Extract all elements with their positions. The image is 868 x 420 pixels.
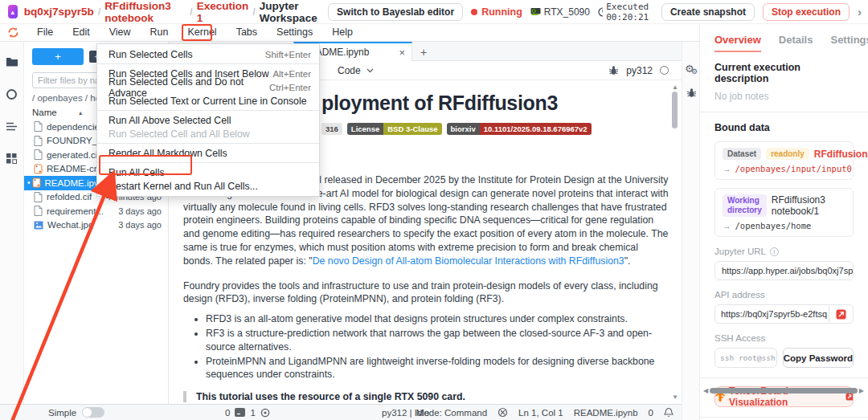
create-snapshot-button[interactable]: Create snapshot — [661, 3, 755, 21]
biorxiv-badge: biorxiv10.1101/2025.09.18.676967v2 — [447, 123, 592, 135]
scroll-up-arrow[interactable]: ▲ — [672, 84, 678, 91]
dataset-path: →/openbayes/input/input0 — [723, 164, 845, 173]
readonly-badge: readonly — [766, 148, 809, 160]
file-icon — [34, 136, 43, 146]
copy-password-button[interactable]: Copy Password — [783, 348, 854, 368]
stop-execution-button[interactable]: Stop execution — [763, 3, 850, 21]
menu-edit[interactable]: Edit — [63, 24, 100, 41]
bullet-rf3: RF3 is a structure-prediction network th… — [206, 327, 672, 354]
file-icon — [34, 192, 43, 202]
menu-tabs[interactable]: Tabs — [227, 24, 267, 41]
dataset-name-link[interactable]: RFdiffusion3 — [814, 149, 868, 160]
tab-details[interactable]: Details — [779, 34, 813, 52]
file-row[interactable]: requirement...3 days ago — [24, 204, 168, 218]
bullet-proteinmpnn: ProteinMPNN and LigandMPNN are lightweig… — [206, 355, 672, 382]
trust-shield-icon[interactable] — [497, 407, 508, 418]
menu-run[interactable]: Run — [141, 24, 178, 41]
menu-divider — [97, 143, 319, 144]
kernel-icon — [260, 408, 270, 418]
cursor-position[interactable]: Ln 1, Col 1 — [518, 408, 563, 418]
clock-icon — [598, 7, 603, 17]
gpu-indicator: RTX_5090 — [530, 6, 590, 18]
collapse-panel-chevron[interactable]: › — [858, 5, 862, 18]
tab-overview[interactable]: Overview — [714, 34, 761, 52]
menu-item-run-no-advance[interactable]: Run Selected Cells and Do not AdvanceCtr… — [97, 80, 319, 94]
close-tab-icon[interactable]: × — [399, 47, 405, 59]
horizontal-scrollbar[interactable]: ◀ ▶ — [703, 386, 864, 394]
file-row[interactable]: Wechat.jpg3 days ago — [24, 218, 168, 233]
menu-settings[interactable]: Settings — [267, 24, 322, 41]
tab-settings[interactable]: Settings — [830, 34, 868, 52]
property-inspector-gears-icon[interactable]: ⚙⚙ — [685, 63, 694, 75]
menu-item-run-all-above[interactable]: Run All Above Selected Cell — [97, 113, 319, 127]
cell-type-dropdown[interactable]: Code — [338, 65, 374, 76]
breadcrumb-separator: / — [190, 6, 193, 18]
mode-indicator[interactable]: Mode: Command — [416, 408, 487, 418]
scroll-left-arrow[interactable]: ◀ — [703, 387, 708, 394]
kernel-status-circle-icon — [660, 66, 669, 75]
notebook-icon — [32, 177, 41, 188]
open-api-external-icon[interactable] — [829, 305, 853, 323]
breadcrumb-notebook[interactable]: RFdiffusion3 notebook — [104, 0, 186, 24]
menu-item-run-cell-and-below: Run Selected Cell and All Below — [97, 127, 319, 141]
jupyter-url-field[interactable]: https://app.hyper.ai/jobs/bq0xj7spyr — [714, 261, 854, 280]
running-dot-icon — [471, 9, 477, 15]
scroll-down-arrow[interactable]: ▼ — [672, 393, 678, 401]
new-launcher-button[interactable]: + — [32, 48, 84, 65]
right-activity-strip: ⚙⚙ — [682, 42, 699, 420]
debugger-panel-bug-icon[interactable] — [686, 87, 697, 101]
menu-file[interactable]: File — [27, 24, 63, 41]
menu-view[interactable]: View — [100, 24, 141, 41]
breadcrumb-separator: / — [98, 6, 101, 18]
file-icon — [34, 149, 43, 160]
annotation-box-run-menu — [182, 24, 212, 41]
api-address-field[interactable]: https://bq0xj7spyr5b-e2ftsq — [714, 304, 854, 324]
file-browser-icon[interactable] — [6, 56, 18, 67]
breadcrumb-execution[interactable]: Execution 1 — [197, 0, 249, 24]
dataset-card: Dataset readonly RFdiffusion3 →/openbaye… — [714, 141, 854, 180]
tutorial-blockquote: This tutorial uses the resource of a sin… — [183, 391, 675, 402]
debugger-bug-icon[interactable] — [608, 65, 619, 75]
status-bar: Simple 0 1 py312 | Idle Mode: Command Ln… — [0, 404, 682, 420]
switch-editor-button[interactable]: Switch to Bayeslab editor — [328, 3, 463, 21]
running-sessions-indicator[interactable]: 0 1 — [225, 408, 270, 418]
executed-timer: Executed 00:20:21 — [598, 2, 653, 22]
menu-item-run-selected-cells[interactable]: Run Selected CellsShift+Enter — [97, 47, 319, 61]
sync-icon — [7, 27, 19, 39]
working-directory-path: →/openbayes/home — [723, 221, 845, 230]
info-icon[interactable]: i — [770, 247, 779, 256]
extension-manager-icon[interactable] — [6, 153, 17, 164]
horizontal-scrollbar-thumb[interactable] — [710, 388, 858, 393]
working-directory-badge: Working directory — [723, 194, 767, 217]
scroll-right-arrow[interactable]: ▶ — [859, 387, 864, 394]
no-job-notes-text: No job notes — [700, 84, 868, 102]
jupyter-menubar: File Edit View Run Kernel Tabs Settings … — [0, 24, 699, 42]
kernel-count: 1 — [250, 408, 255, 418]
statusbar-filename: README.ipynb — [574, 408, 638, 418]
arrow-right-icon: → — [723, 164, 731, 173]
paper-link[interactable]: De novo Design of All-atom Biomolecular … — [313, 255, 624, 267]
ssh-access-label: SSH Access — [700, 324, 868, 343]
menu-item-restart-run-all[interactable]: Restart Kernel and Run All Cells... — [97, 179, 319, 193]
notebook-title: ployment of RFdiffusion3 — [321, 92, 675, 115]
file-icon — [34, 121, 43, 132]
vertical-scrollbar-thumb[interactable] — [672, 92, 678, 128]
menu-item-run-text-in-console[interactable]: Run Selected Text or Current Line in Con… — [97, 94, 319, 108]
bell-icon[interactable] — [664, 407, 674, 418]
simple-mode-toggle[interactable] — [82, 407, 104, 418]
dataset-badge: Dataset — [723, 148, 761, 160]
sort-arrow-icon: ▲ — [78, 110, 84, 116]
notification-count: 0 — [649, 408, 653, 418]
table-of-contents-icon[interactable] — [6, 122, 17, 131]
terminal-count: 0 — [225, 408, 230, 418]
ssh-command-field[interactable]: ssh root@ssh. — [714, 348, 777, 368]
kernel-name-label: py312 — [626, 65, 653, 76]
badges-row: 316 LicenseBSD 3-Clause biorxiv10.1101/2… — [321, 123, 675, 135]
open-file-dot: • — [27, 178, 31, 187]
menu-help[interactable]: Help — [322, 24, 362, 41]
running-sessions-icon[interactable] — [6, 89, 17, 100]
terminal-icon — [235, 408, 245, 417]
breadcrumb-current-page: Jupyter Workspace — [260, 0, 328, 24]
breadcrumb-job-id[interactable]: bq0xj7spyr5b — [24, 6, 94, 18]
new-tab-button[interactable]: + — [416, 44, 432, 60]
